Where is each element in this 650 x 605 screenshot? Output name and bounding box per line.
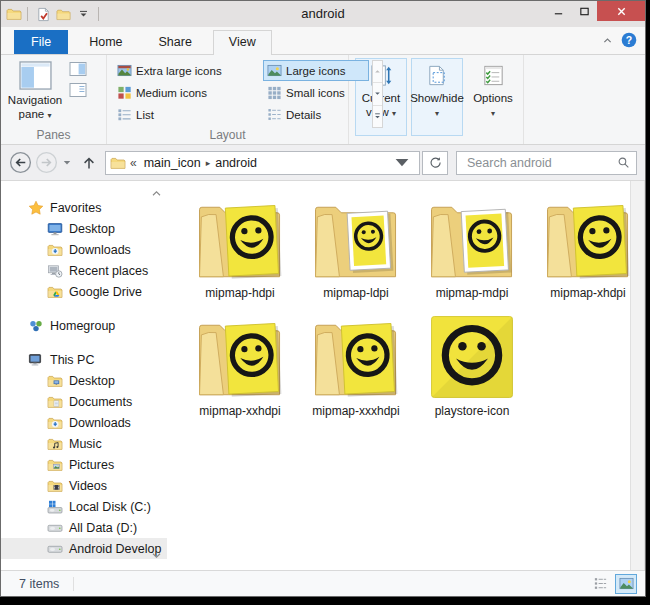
details-view-button[interactable]	[589, 574, 611, 594]
drive-icon	[47, 520, 63, 536]
ribbon-body: Navigation pane ▾ Panes Extra large icon…	[1, 54, 645, 145]
layout-group: Extra large icons Large icons Medium ico…	[107, 55, 349, 144]
navigation-pane-label: Navigation pane	[8, 94, 62, 120]
layout-item-list[interactable]: List	[113, 104, 263, 125]
downloads-folder-icon	[47, 415, 63, 431]
breadcrumb-segment-android[interactable]: android	[215, 156, 257, 170]
status-bar: 7 items	[1, 570, 645, 596]
chevron-down-icon: ▾	[435, 109, 439, 118]
sidebar-item-all-data-d-[interactable]: All Data (D:)	[1, 517, 167, 538]
search-icon[interactable]	[617, 156, 630, 169]
gallery-scroll-up-button[interactable]	[373, 61, 382, 83]
gallery-more-button[interactable]	[373, 106, 382, 127]
medium-icons-icon	[117, 85, 132, 100]
file-tile-mipmap-xhdpi[interactable]: mipmap-xhdpi	[532, 193, 644, 311]
tab-home[interactable]: Home	[74, 30, 137, 54]
sidebar-item-recent-places[interactable]: Recent places	[1, 260, 167, 281]
window-controls	[545, 1, 645, 21]
panes-group-label: Panes	[1, 128, 106, 142]
navigation-pane-icon	[19, 61, 52, 90]
minimize-ribbon-button[interactable]	[602, 36, 613, 45]
sidebar-item-google-drive[interactable]: Google Drive	[1, 281, 167, 302]
minimize-button[interactable]	[545, 1, 571, 21]
sidebar-item-pictures[interactable]: Pictures	[1, 454, 167, 475]
small-icons-icon	[267, 85, 282, 100]
titlebar-separator	[98, 7, 99, 21]
chevron-down-icon: ▾	[392, 109, 396, 118]
sidebar-item-videos[interactable]: Videos	[1, 475, 167, 496]
sidebar-item-android-develop[interactable]: Android Develop	[1, 538, 167, 559]
sidebar-scroll-up[interactable]	[150, 189, 163, 198]
options-button[interactable]: Options▾	[467, 58, 519, 136]
sidebar-item-local-disk-c-[interactable]: Local Disk (C:)	[1, 496, 167, 517]
sidebar-item-desktop[interactable]: Desktop	[1, 370, 167, 391]
options-icon	[481, 63, 506, 88]
drive-icon	[47, 541, 63, 557]
history-dropdown[interactable]	[61, 160, 73, 166]
sidebar-scroll-down[interactable]	[150, 551, 163, 560]
tab-file[interactable]: File	[14, 30, 68, 54]
sidebar-item-downloads[interactable]: Downloads	[1, 412, 167, 433]
details-pane-button[interactable]	[69, 82, 87, 98]
folder-smiley-icon	[194, 193, 286, 285]
tab-view[interactable]: View	[213, 30, 272, 55]
sidebar-list: Favorites Desktop Downloads Recent place…	[1, 197, 167, 559]
file-tile-playstore-icon[interactable]: playstore-icon	[416, 311, 528, 429]
file-tile-mipmap-xxhdpi[interactable]: mipmap-xxhdpi	[184, 311, 296, 429]
forward-button[interactable]	[35, 151, 58, 174]
sidebar-item-downloads[interactable]: Downloads	[1, 239, 167, 260]
gallery-scroll-down-button[interactable]	[373, 83, 382, 105]
sidebar-item-this-pc[interactable]: This PC	[1, 349, 167, 370]
file-tile-mipmap-xxxhdpi[interactable]: mipmap-xxxhdpi	[300, 311, 412, 429]
back-button[interactable]	[9, 151, 32, 174]
preview-pane-button[interactable]	[69, 61, 87, 77]
content-area: Favorites Desktop Downloads Recent place…	[1, 181, 645, 570]
search-input[interactable]	[465, 155, 617, 171]
breadcrumb[interactable]: « main_icon ▸ android	[105, 151, 420, 175]
layout-item-extra-large-icons[interactable]: Extra large icons	[113, 60, 263, 81]
sidebar-item-desktop[interactable]: Desktop	[1, 218, 167, 239]
details-icon	[267, 107, 282, 122]
file-tile-mipmap-hdpi[interactable]: mipmap-hdpi	[184, 193, 296, 311]
layout-item-large-icons[interactable]: Large icons	[263, 60, 369, 81]
vertical-scrollbar[interactable]	[630, 181, 645, 570]
breadcrumb-overflow[interactable]: «	[130, 156, 137, 170]
help-icon[interactable]: ?	[621, 32, 637, 48]
chevron-down-icon: ▾	[491, 109, 495, 118]
breadcrumb-segment-main-icon[interactable]: main_icon	[144, 156, 201, 170]
up-button[interactable]	[81, 155, 97, 171]
folder-smiley-icon	[542, 193, 634, 285]
list-icon	[117, 107, 132, 122]
sidebar-item-homegroup[interactable]: Homegroup	[1, 315, 167, 336]
extra-large-icons-icon	[117, 63, 132, 78]
breadcrumb-separator-icon[interactable]: ▸	[206, 158, 211, 168]
pictures-folder-icon	[47, 457, 63, 473]
videos-folder-icon	[47, 478, 63, 494]
sidebar-item-documents[interactable]: Documents	[1, 391, 167, 412]
layout-item-medium-icons[interactable]: Medium icons	[113, 82, 263, 103]
sidebar-item-music[interactable]: Music	[1, 433, 167, 454]
files-grid: mipmap-hdpi mipmap-ldpi mipmap-mdpi mipm…	[167, 181, 630, 570]
qat-properties-button[interactable]	[33, 4, 53, 24]
file-tile-mipmap-mdpi[interactable]: mipmap-mdpi	[416, 193, 528, 311]
layout-item-small-icons[interactable]: Small icons	[263, 82, 369, 103]
qat-customize-dropdown[interactable]	[73, 4, 93, 24]
explorer-window: android File Home Share View ? Navigatio…	[0, 0, 646, 597]
folder-smiley-framed-icon	[426, 193, 518, 285]
layout-group-label: Layout	[107, 128, 348, 142]
refresh-button[interactable]	[422, 151, 448, 175]
tab-share[interactable]: Share	[144, 30, 207, 54]
qat-new-folder-button[interactable]	[53, 4, 73, 24]
close-button[interactable]	[597, 1, 645, 21]
navigation-pane: Favorites Desktop Downloads Recent place…	[1, 181, 167, 570]
layout-item-details[interactable]: Details	[263, 104, 369, 125]
maximize-button[interactable]	[571, 1, 597, 21]
thumbnail-view-button[interactable]	[615, 574, 637, 594]
file-tile-mipmap-ldpi[interactable]: mipmap-ldpi	[300, 193, 412, 311]
chevron-down-icon: ▾	[47, 111, 51, 120]
sidebar-item-favorites[interactable]: Favorites	[1, 197, 167, 218]
address-dropdown[interactable]	[387, 155, 417, 171]
folder-icon[interactable]	[6, 6, 22, 22]
show-hide-button[interactable]: Show/hide ▾	[411, 58, 463, 136]
computer-icon	[28, 352, 44, 368]
